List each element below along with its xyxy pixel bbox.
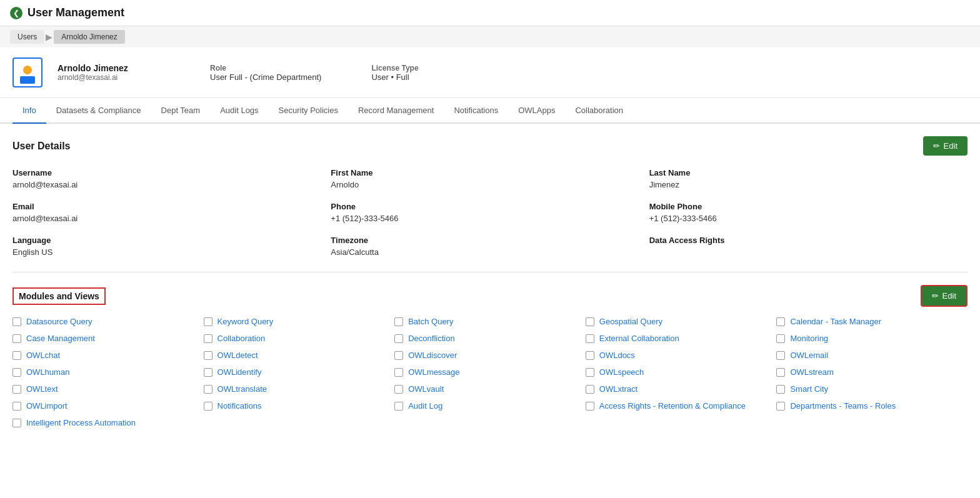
modules-title: Modules and Views (12, 287, 106, 305)
tabs-bar: Info Datasets & Compliance Dept Team Aud… (0, 98, 980, 124)
module-label[interactable]: Collaboration (218, 334, 266, 343)
module-checkbox[interactable] (586, 402, 594, 411)
tab-audit-logs[interactable]: Audit Logs (210, 98, 268, 124)
module-checkbox[interactable] (586, 351, 594, 360)
breadcrumb-users[interactable]: Users (10, 30, 44, 44)
tab-security-policies[interactable]: Security Policies (269, 98, 348, 124)
module-label[interactable]: Datasource Query (26, 317, 92, 326)
module-checkbox[interactable] (12, 368, 21, 377)
module-checkbox[interactable] (12, 419, 21, 427)
module-checkbox[interactable] (394, 351, 403, 360)
module-label[interactable]: Intelligent Process Automation (26, 418, 136, 427)
module-checkbox[interactable] (204, 317, 212, 326)
module-item: Calendar - Task Manager (776, 317, 968, 326)
module-label[interactable]: Batch Query (408, 317, 453, 326)
module-label[interactable]: Keyword Query (218, 317, 274, 326)
module-label[interactable]: OWLtranslate (218, 384, 267, 394)
module-label[interactable]: Departments - Teams - Roles (790, 401, 896, 411)
module-label[interactable]: Monitoring (790, 334, 828, 343)
module-checkbox[interactable] (394, 317, 403, 326)
module-label[interactable]: External Collaboration (599, 334, 679, 343)
tab-owlapps[interactable]: OWLApps (508, 98, 565, 124)
module-checkbox[interactable] (776, 317, 785, 326)
module-item: OWLemail (776, 351, 968, 360)
edit-user-details-button[interactable]: ✏ Edit (923, 136, 968, 156)
module-checkbox[interactable] (204, 368, 212, 377)
module-checkbox[interactable] (12, 351, 21, 360)
module-checkbox[interactable] (776, 334, 785, 343)
module-label[interactable]: OWLstream (790, 367, 833, 377)
module-label[interactable]: OWLchat (26, 351, 60, 360)
module-checkbox[interactable] (394, 402, 403, 411)
module-label[interactable]: OWLtext (26, 384, 58, 394)
svg-rect-1 (20, 76, 35, 84)
module-checkbox[interactable] (394, 334, 403, 343)
user-full-name: Arnoldo Jimenez (58, 63, 170, 73)
field-timezone: Timezone Asia/Calcutta (331, 236, 649, 257)
module-label[interactable]: OWLspeech (599, 367, 644, 377)
module-item: OWLtext (12, 384, 204, 394)
module-label[interactable]: Access Rights - Retention & Compliance (599, 401, 746, 411)
module-label[interactable]: Smart City (790, 384, 828, 394)
module-item: OWLdocs (586, 351, 777, 360)
module-checkbox[interactable] (12, 402, 21, 411)
module-checkbox[interactable] (586, 317, 594, 326)
module-label[interactable]: Geospatial Query (599, 317, 662, 326)
module-checkbox[interactable] (776, 351, 785, 360)
data-access-label: Data Access Rights (649, 236, 968, 245)
firstname-label: First Name (331, 168, 649, 177)
tab-datasets[interactable]: Datasets & Compliance (46, 98, 151, 124)
mobile-value: +1 (512)-333-5466 (649, 214, 717, 223)
module-checkbox[interactable] (776, 368, 785, 377)
firstname-value: Arnoldo (331, 180, 359, 189)
module-checkbox[interactable] (586, 334, 594, 343)
module-label[interactable]: Notifications (218, 401, 262, 411)
module-item: OWLspeech (586, 367, 777, 377)
module-label[interactable]: OWLimport (26, 401, 68, 411)
module-checkbox[interactable] (204, 351, 212, 360)
tab-dept-team[interactable]: Dept Team (151, 98, 211, 124)
module-label[interactable]: OWLemail (790, 351, 828, 360)
module-checkbox[interactable] (586, 368, 594, 377)
module-checkbox[interactable] (394, 385, 403, 394)
module-checkbox[interactable] (776, 402, 785, 411)
back-button[interactable]: ❮ (10, 7, 22, 19)
tab-record-management[interactable]: Record Management (348, 98, 444, 124)
user-meta: Role User Full - (Crime Department) Lice… (210, 64, 419, 82)
edit-modules-button[interactable]: ✏ Edit (921, 285, 968, 307)
module-label[interactable]: OWLxtract (599, 384, 638, 394)
module-label[interactable]: OWLmessage (408, 367, 459, 377)
module-label[interactable]: Case Management (26, 334, 95, 343)
field-email: Email arnold@texasai.ai (12, 202, 331, 223)
module-label[interactable]: Deconfliction (408, 334, 454, 343)
module-label[interactable]: OWLdocs (599, 351, 635, 360)
module-label[interactable]: Audit Log (408, 401, 442, 411)
module-label[interactable]: OWLdetect (218, 351, 258, 360)
tab-collaboration[interactable]: Collaboration (565, 98, 633, 124)
tab-notifications[interactable]: Notifications (444, 98, 508, 124)
module-checkbox[interactable] (204, 402, 212, 411)
module-label[interactable]: OWLhuman (26, 367, 69, 377)
module-item: OWLdetect (204, 351, 395, 360)
module-checkbox[interactable] (12, 385, 21, 394)
field-firstname: First Name Arnoldo (331, 168, 649, 189)
module-checkbox[interactable] (204, 334, 212, 343)
module-checkbox[interactable] (586, 385, 594, 394)
module-item: OWLtranslate (204, 384, 395, 394)
module-item: Notifications (204, 401, 395, 411)
role-value: User Full - (Crime Department) (210, 72, 321, 82)
module-item-empty (586, 418, 777, 427)
module-label[interactable]: OWLidentify (218, 367, 262, 377)
module-checkbox[interactable] (776, 385, 785, 394)
module-checkbox[interactable] (12, 317, 21, 326)
module-checkbox[interactable] (12, 334, 21, 343)
module-checkbox[interactable] (394, 368, 403, 377)
module-label[interactable]: Calendar - Task Manager (790, 317, 881, 326)
breadcrumb-separator: ▶ (46, 32, 52, 42)
module-label[interactable]: OWLdiscover (408, 351, 457, 360)
svg-point-0 (23, 66, 32, 74)
field-data-access: Data Access Rights (649, 236, 968, 257)
module-checkbox[interactable] (204, 385, 212, 394)
module-label[interactable]: OWLvault (408, 384, 444, 394)
tab-info[interactable]: Info (12, 98, 46, 124)
